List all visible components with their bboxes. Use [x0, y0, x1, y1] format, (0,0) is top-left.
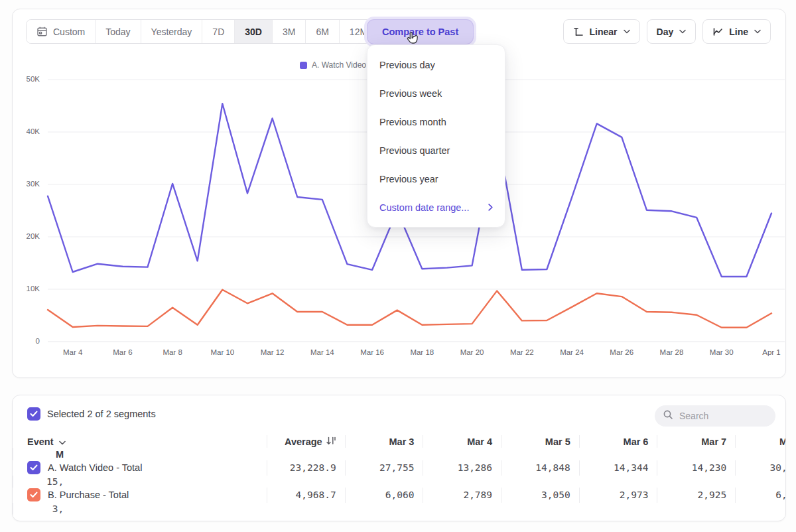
value-cell: 14,848 [501, 460, 579, 476]
date-column-header: Mar 7 [657, 435, 735, 448]
sort-descending-icon [326, 436, 336, 447]
event-column-header: Event [13, 435, 267, 448]
compare-to-past-button[interactable]: Compare to Past [367, 20, 473, 44]
value-cell: 2,973 [579, 488, 657, 503]
range-button-6m[interactable]: 6M [306, 20, 339, 43]
line-chart-icon [712, 27, 723, 37]
segments-card: Selected 2 of 2 segments Event Average M… [12, 395, 786, 521]
chevron-down-icon [679, 29, 686, 34]
range-button-today[interactable]: Today [96, 20, 141, 43]
interval-selector-label: Day [657, 27, 674, 37]
average-value-cell: 4,968.7 [267, 488, 345, 503]
value-cell: 2,925 [657, 488, 735, 503]
date-column-header: Mar 5 [501, 435, 579, 448]
dashboard: CustomTodayYesterday7D30D3M6M12M Compare… [0, 0, 796, 532]
event-header-button[interactable]: Event [27, 436, 66, 447]
value-cell: 30,145 [735, 460, 786, 476]
event-name: B. Purchase - Total [48, 490, 129, 500]
select-all-checkbox[interactable] [27, 407, 40, 421]
value-cell: 13,286 [423, 460, 501, 476]
table-header-row: Event Average Mar 3Mar 4Mar 5Mar 6Mar 7M… [13, 435, 786, 460]
table-row: B. Purchase - Total4,968.76,0602,7893,05… [13, 488, 786, 515]
range-button-label: Yesterday [151, 27, 192, 37]
search-box[interactable] [655, 405, 775, 427]
range-button-label: Today [105, 27, 130, 37]
chevron-down-icon [624, 29, 630, 34]
date-range-group: CustomTodayYesterday7D30D3M6M12M [26, 19, 378, 44]
selected-summary-label: Selected 2 of 2 segments [47, 409, 156, 419]
interval-selector-button[interactable]: Day [647, 19, 696, 44]
range-button-label: 7D [212, 27, 224, 37]
date-column-header: M [13, 448, 267, 460]
range-button-yesterday[interactable]: Yesterday [141, 20, 203, 43]
value-cell: 6,060 [345, 488, 423, 503]
chevron-down-icon [59, 436, 66, 447]
event-cell: B. Purchase - Total [13, 488, 267, 503]
menu-item-custom-date-range[interactable]: Custom date range... [367, 193, 505, 222]
range-button-label: 6M [316, 27, 328, 37]
segments-table: Event Average Mar 3Mar 4Mar 5Mar 6Mar 7M… [13, 435, 786, 515]
value-cell: 27,755 [345, 460, 423, 476]
search-input[interactable] [679, 411, 765, 421]
average-column-header: Average [267, 435, 345, 448]
search-icon [663, 409, 673, 423]
segment-checkbox[interactable] [27, 461, 40, 474]
range-button-30d[interactable]: 30D [235, 20, 273, 43]
chart-type-selector-label: Line [729, 27, 748, 37]
range-button-label: 30D [245, 27, 262, 37]
value-cell: 14,344 [579, 460, 657, 476]
event-cell: A. Watch Video - Total [13, 460, 267, 476]
menu-item-previous-year[interactable]: Previous year [367, 165, 505, 193]
range-button-label: Custom [53, 27, 85, 37]
scale-selector-label: Linear [590, 27, 618, 37]
calendar-icon [36, 26, 48, 37]
range-button-label: 3M [283, 27, 295, 37]
menu-item-previous-day[interactable]: Previous day [367, 50, 505, 79]
value-cell: 6,484 [735, 488, 786, 503]
date-column-header: Mar 4 [423, 435, 501, 448]
chevron-down-icon [754, 29, 761, 34]
value-cell: 15, [13, 476, 267, 488]
average-value-cell: 23,228.9 [267, 460, 345, 476]
range-button-3m[interactable]: 3M [273, 20, 306, 43]
event-header-label: Event [27, 436, 54, 447]
range-button-custom[interactable]: Custom [27, 20, 96, 43]
range-button-label: 12M [350, 27, 367, 37]
menu-item-previous-month[interactable]: Previous month [367, 107, 505, 136]
menu-item-previous-quarter[interactable]: Previous quarter [367, 136, 505, 165]
table-row: A. Watch Video - Total23,228.927,75513,2… [13, 460, 786, 488]
axes-icon [573, 27, 584, 37]
compare-to-past-menu: Previous dayPrevious weekPrevious monthP… [367, 44, 505, 228]
date-column-header: Mar 3 [345, 435, 423, 448]
event-name: A. Watch Video - Total [48, 462, 142, 473]
value-cell: 3,050 [501, 488, 579, 503]
average-header-label: Average [285, 436, 322, 447]
scale-selector-button[interactable]: Linear [563, 19, 640, 44]
date-column-header: Mar 6 [579, 435, 657, 448]
chevron-right-icon [488, 202, 493, 213]
view-controls: Linear Day [563, 19, 771, 44]
segments-summary: Selected 2 of 2 segments [27, 407, 156, 421]
menu-item-label: Custom date range... [379, 202, 469, 213]
value-cell: 2,789 [423, 488, 501, 503]
date-column-header: Mar 8 [735, 435, 786, 448]
segment-checkbox[interactable] [27, 488, 40, 501]
chart-type-selector-button[interactable]: Line [702, 19, 771, 44]
value-cell: 3, [13, 503, 267, 515]
range-button-7d[interactable]: 7D [202, 20, 235, 43]
menu-item-previous-week[interactable]: Previous week [367, 79, 505, 107]
value-cell: 14,230 [657, 460, 735, 476]
legend-swatch [300, 62, 307, 69]
average-sort-button[interactable]: Average [285, 436, 336, 447]
